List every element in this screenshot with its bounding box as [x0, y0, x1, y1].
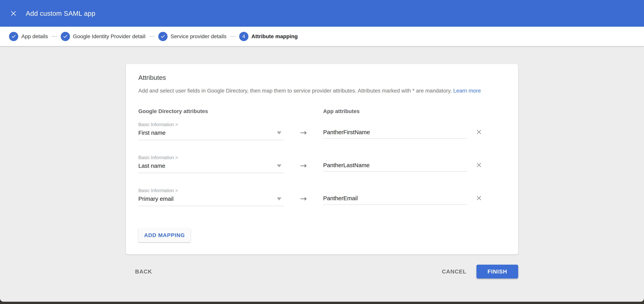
delete-mapping-button[interactable]: [476, 195, 482, 202]
app-field-underline: [323, 171, 467, 172]
directory-attribute-select[interactable]: Basic Information > Last name: [138, 155, 284, 173]
wizard-stepper: App details Google Identity Provider det…: [0, 27, 644, 46]
arrow-cell: [284, 188, 323, 206]
select-category-label: Basic Information >: [138, 155, 284, 160]
select-underline: [138, 173, 284, 173]
directory-attribute-select[interactable]: Basic Information > First name: [138, 122, 284, 140]
select-value: Last name: [138, 163, 165, 169]
step-check-icon: [61, 32, 70, 41]
select-value-row: First name: [138, 129, 284, 137]
delete-cell: [467, 188, 506, 206]
step-check-icon: [158, 32, 168, 41]
card-description: Add and select user fields in Google Dir…: [138, 87, 506, 94]
delete-x-icon: [476, 162, 482, 168]
close-icon[interactable]: [10, 10, 17, 17]
add-saml-app-dialog: Add custom SAML app App details Google I…: [0, 0, 644, 302]
select-underline: [138, 140, 284, 140]
dialog-header: Add custom SAML app: [0, 0, 644, 27]
back-button[interactable]: BACK: [135, 269, 152, 275]
dialog-title: Add custom SAML app: [26, 9, 95, 17]
mapping-row: Basic Information > First name PantherFi…: [138, 122, 506, 140]
app-attribute-value: PantherFirstName: [323, 129, 467, 136]
select-category-label: Basic Information >: [138, 122, 284, 127]
app-field-underline: [323, 138, 467, 139]
step-check-icon: [9, 32, 18, 41]
arrow-cell: [284, 122, 323, 140]
step-service-provider-details[interactable]: Service provider details: [158, 32, 226, 41]
step-label: Attribute mapping: [252, 33, 298, 39]
app-field-underline: [323, 204, 467, 205]
step-app-details[interactable]: App details: [9, 32, 48, 41]
step-connector: [230, 36, 236, 37]
mapping-arrow-icon: [300, 163, 308, 169]
delete-x-icon: [476, 195, 482, 201]
select-value-row: Last name: [138, 162, 284, 170]
select-value: Primary email: [138, 196, 174, 202]
footer-right-group: CANCEL FINISH: [442, 265, 518, 279]
step-number-badge: 4: [239, 32, 248, 41]
cancel-button[interactable]: CANCEL: [442, 269, 466, 275]
select-value-row: Primary email: [138, 195, 284, 203]
step-label: Service provider details: [170, 33, 226, 39]
app-attribute-field[interactable]: PantherFirstName: [323, 122, 467, 140]
mapping-row: Basic Information > Last name PantherLas…: [138, 155, 506, 173]
footer-actions: BACK CANCEL FINISH: [126, 265, 518, 279]
step-attribute-mapping: 4 Attribute mapping: [239, 32, 298, 41]
dropdown-caret-icon[interactable]: [277, 164, 282, 167]
directory-attribute-select[interactable]: Basic Information > Primary email: [138, 188, 284, 206]
select-category-label: Basic Information >: [138, 188, 284, 193]
column-headers: Google Directory attributes App attribut…: [138, 108, 506, 114]
attributes-card: Attributes Add and select user fields in…: [126, 64, 518, 254]
app-attribute-field[interactable]: PantherLastName: [323, 155, 467, 173]
card-description-text: Add and select user fields in Google Dir…: [138, 88, 452, 94]
card-title: Attributes: [138, 74, 506, 81]
add-mapping-button[interactable]: ADD MAPPING: [138, 228, 190, 242]
delete-mapping-button[interactable]: [476, 129, 482, 136]
dropdown-caret-icon[interactable]: [277, 131, 282, 134]
step-google-idp-details[interactable]: Google Identity Provider details: [61, 32, 146, 41]
mapping-arrow-icon: [300, 196, 308, 202]
delete-cell: [467, 155, 506, 173]
learn-more-link[interactable]: Learn more: [453, 88, 481, 94]
delete-x-icon: [476, 129, 482, 135]
mapping-arrow-icon: [300, 130, 308, 135]
dropdown-caret-icon[interactable]: [277, 198, 282, 200]
close-x-glyph: [10, 10, 17, 17]
app-attribute-value: PantherLastName: [323, 162, 467, 169]
select-underline: [138, 206, 284, 206]
select-value: First name: [138, 130, 166, 136]
finish-button[interactable]: FINISH: [476, 265, 518, 279]
delete-mapping-button[interactable]: [476, 162, 482, 169]
app-attribute-field[interactable]: PantherEmail: [323, 188, 467, 206]
content-area: Attributes Add and select user fields in…: [0, 46, 644, 302]
step-label: Google Identity Provider details: [73, 33, 146, 39]
step-connector: [149, 36, 155, 37]
mapping-row: Basic Information > Primary email Panthe…: [138, 188, 506, 206]
step-label: App details: [21, 33, 48, 39]
google-directory-attributes-header: Google Directory attributes: [138, 108, 284, 114]
delete-cell: [467, 122, 506, 140]
step-connector: [52, 36, 57, 37]
app-attribute-value: PantherEmail: [323, 195, 467, 202]
arrow-cell: [284, 155, 323, 173]
app-attributes-header: App attributes: [323, 108, 467, 114]
